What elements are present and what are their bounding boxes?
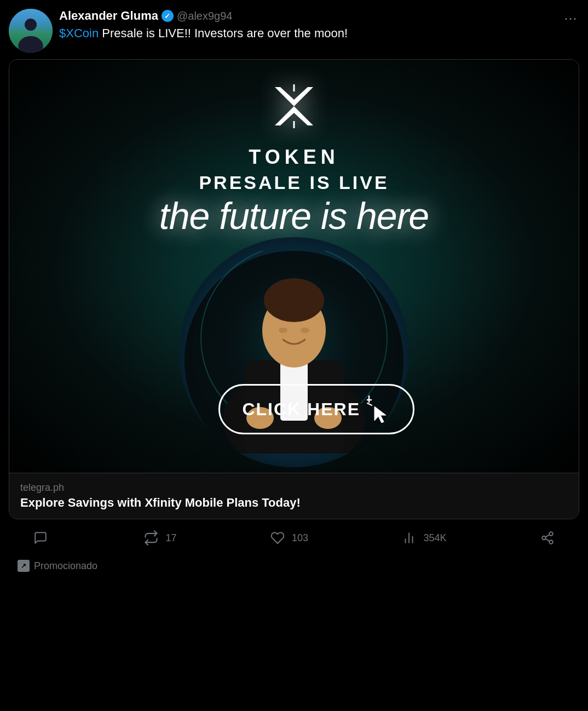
tweet-body: Presale is LIVE!! Investors are over the… <box>99 26 348 40</box>
link-title: Explore Savings with Xfinity Mobile Plan… <box>20 496 568 510</box>
user-handle[interactable]: @alex9g94 <box>177 10 232 22</box>
token-label: TOKEN <box>249 146 339 169</box>
chart-icon <box>399 528 419 548</box>
share-action[interactable] <box>538 528 557 548</box>
heart-icon <box>268 528 287 548</box>
user-name[interactable]: Alexander Gluma <box>59 9 158 23</box>
comment-action[interactable] <box>31 528 50 548</box>
avatar <box>9 9 53 53</box>
like-action[interactable]: 103 <box>268 528 308 548</box>
tweet-card: Alexander Gluma ✓ @alex9g94 $XCoin Presa… <box>0 0 588 711</box>
promoted-row: ↗ Promocionado <box>9 554 579 581</box>
ad-link-section[interactable]: telegra.ph Explore Savings with Xfinity … <box>9 473 579 519</box>
future-label: the future is here <box>159 194 429 237</box>
cursor-icon <box>367 395 391 423</box>
avatar-wrapper[interactable] <box>9 9 53 53</box>
presale-label: PRESALE IS LIVE <box>199 172 389 193</box>
promoted-label: Promocionado <box>34 560 97 572</box>
user-name-row: Alexander Gluma ✓ @alex9g94 <box>59 9 555 23</box>
tweet-text: $XCoin Presale is LIVE!! Investors are o… <box>59 25 555 42</box>
x-logo <box>269 82 319 141</box>
click-here-label: CLICK HERE <box>242 399 360 420</box>
share-icon <box>538 528 557 548</box>
ad-visual: TOKEN PRESALE IS LIVE the future is here <box>9 60 579 473</box>
tweet-header: Alexander Gluma ✓ @alex9g94 $XCoin Presa… <box>9 9 579 53</box>
retweet-icon <box>141 528 161 548</box>
click-here-button[interactable]: CLICK HERE <box>218 384 414 434</box>
xcoin-mention[interactable]: $XCoin <box>59 26 99 40</box>
svg-point-11 <box>279 328 287 333</box>
retweet-count: 17 <box>165 532 176 544</box>
link-domain: telegra.ph <box>20 482 568 494</box>
ad-image-container[interactable]: TOKEN PRESALE IS LIVE the future is here <box>9 59 579 519</box>
promoted-icon: ↗ <box>18 560 30 572</box>
person-image-area: CLICK HERE <box>157 248 431 456</box>
like-count: 103 <box>292 532 308 544</box>
svg-line-25 <box>545 535 549 537</box>
svg-point-10 <box>264 278 324 322</box>
tweet-actions: 17 103 354K <box>9 521 579 554</box>
svg-point-12 <box>301 328 309 333</box>
retweet-action[interactable]: 17 <box>141 528 176 548</box>
svg-line-17 <box>367 403 372 405</box>
view-count: 354K <box>423 532 446 544</box>
verified-badge: ✓ <box>162 10 174 22</box>
views-action[interactable]: 354K <box>399 528 446 548</box>
svg-line-24 <box>545 539 549 541</box>
comment-icon <box>31 528 50 548</box>
user-info: Alexander Gluma ✓ @alex9g94 $XCoin Presa… <box>59 9 555 42</box>
more-options-button[interactable]: ⋯ <box>562 9 579 28</box>
